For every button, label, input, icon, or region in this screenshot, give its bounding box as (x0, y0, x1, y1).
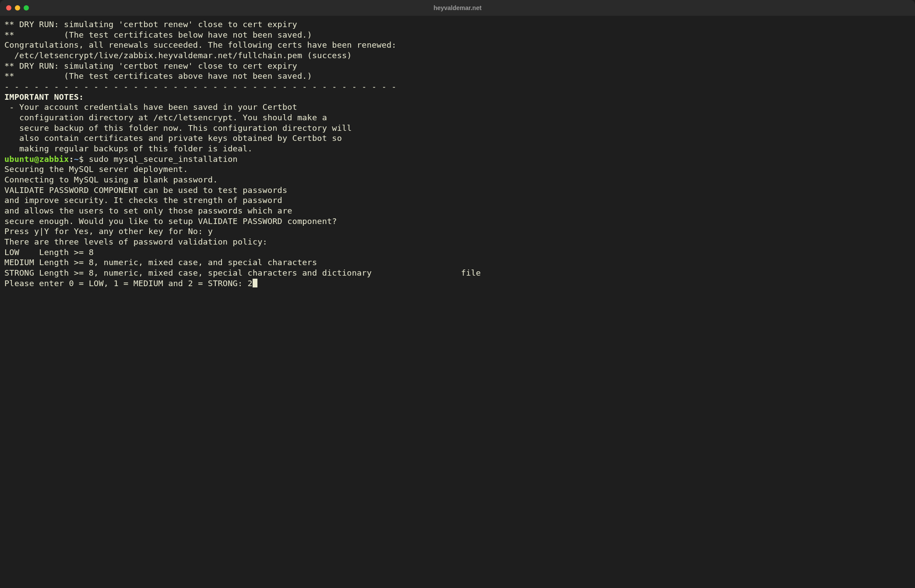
output-line: Connecting to MySQL using a blank passwo… (4, 175, 911, 185)
output-line: secure backup of this folder now. This c… (4, 123, 911, 133)
output-line: ** DRY RUN: simulating 'certbot renew' c… (4, 61, 911, 71)
command-text: sudo mysql_secure_installation (89, 154, 238, 164)
prompt-line: ubuntu@zabbix:~$ sudo mysql_secure_insta… (4, 154, 911, 164)
output-line: and improve security. It checks the stre… (4, 195, 911, 206)
prompt-at: @ (34, 154, 39, 164)
output-line: configuration directory at /etc/letsencr… (4, 112, 911, 123)
prompt-colon: : (69, 154, 74, 164)
input-line: Please enter 0 = LOW, 1 = MEDIUM and 2 =… (4, 278, 911, 289)
maximize-button[interactable] (24, 5, 29, 10)
terminal-output[interactable]: ** DRY RUN: simulating 'certbot renew' c… (0, 16, 915, 588)
close-button[interactable] (6, 5, 11, 10)
output-line: - Your account credentials have been sav… (4, 102, 911, 112)
output-line: MEDIUM Length >= 8, numeric, mixed case,… (4, 257, 911, 268)
window-title: heyvaldemar.net (433, 4, 482, 11)
output-heading: IMPORTANT NOTES: (4, 92, 911, 102)
prompt-path: ~ (74, 154, 79, 164)
output-line: Congratulations, all renewals succeeded.… (4, 40, 911, 50)
cursor (253, 279, 257, 287)
terminal-window: heyvaldemar.net ** DRY RUN: simulating '… (0, 0, 915, 588)
window-titlebar: heyvaldemar.net (0, 0, 915, 16)
output-line: ** (The test certificates above have not… (4, 71, 911, 81)
prompt-text: Please enter 0 = LOW, 1 = MEDIUM and 2 =… (4, 279, 253, 288)
output-line: /etc/letsencrypt/live/zabbix.heyvaldemar… (4, 50, 911, 61)
output-line: ** DRY RUN: simulating 'certbot renew' c… (4, 19, 911, 30)
output-line: and allows the users to set only those p… (4, 206, 911, 216)
prompt-dollar: $ (79, 154, 89, 164)
window-controls (6, 5, 29, 10)
output-line: secure enough. Would you like to setup V… (4, 216, 911, 227)
output-line: making regular backups of this folder is… (4, 144, 911, 154)
minimize-button[interactable] (15, 5, 20, 10)
output-line: also contain certificates and private ke… (4, 133, 911, 144)
output-line: STRONG Length >= 8, numeric, mixed case,… (4, 268, 911, 278)
output-line: Press y|Y for Yes, any other key for No:… (4, 226, 911, 237)
output-line: ** (The test certificates below have not… (4, 30, 911, 40)
output-line: There are three levels of password valid… (4, 237, 911, 247)
output-line: - - - - - - - - - - - - - - - - - - - - … (4, 81, 911, 92)
output-line: LOW Length >= 8 (4, 247, 911, 258)
prompt-host: zabbix (39, 154, 69, 164)
prompt-user: ubuntu (4, 154, 34, 164)
output-line: VALIDATE PASSWORD COMPONENT can be used … (4, 185, 911, 196)
output-line: Securing the MySQL server deployment. (4, 164, 911, 175)
